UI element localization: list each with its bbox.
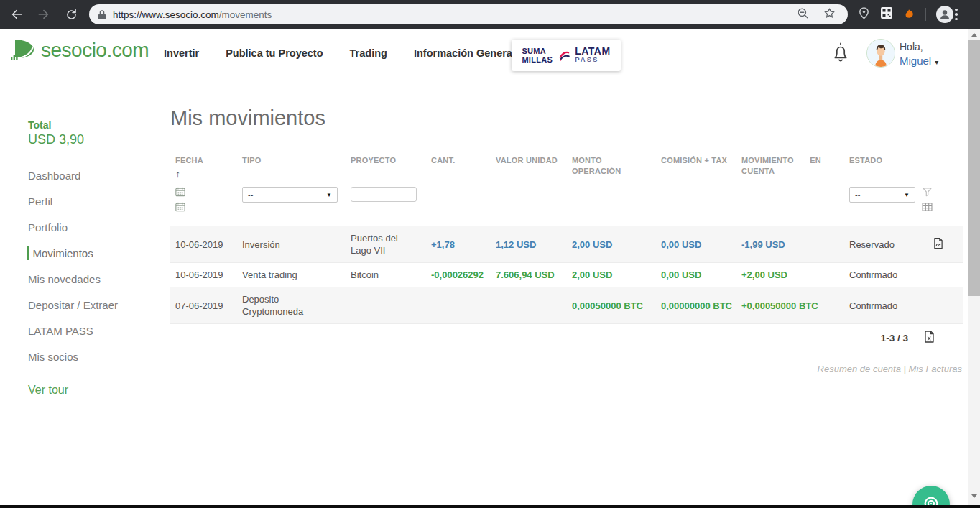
cell-tipo: Inversión [236,226,345,263]
column-header-estado[interactable]: ESTADO [843,147,912,180]
cell-movimiento: +0,00050000 BTC [736,287,843,324]
bookmark-star-icon[interactable] [823,6,836,23]
calendar-icon [175,187,185,197]
estado-filter-select[interactable]: --▼ [849,187,915,203]
date-from-picker-button[interactable] [175,187,185,199]
cell-tipo: Venta trading [236,263,345,287]
date-to-picker-button[interactable] [175,202,185,214]
scroll-up-arrow[interactable] [968,29,980,40]
sidebar-item-mis-socios[interactable]: Mis socios [28,350,170,364]
cell-monto: 2,00 USD [566,263,655,287]
browser-menu-icon[interactable] [955,9,958,21]
pagination: 1-3 / 3 [170,331,963,345]
bell-icon [831,42,851,63]
column-header-monto-operacion[interactable]: MONTO OPERACIÓN [566,147,655,180]
nav-publica-tu-proyecto[interactable]: Publica tu Proyecto [226,47,323,59]
mis-facturas-link[interactable]: Mis Facturas [909,364,962,374]
ver-tour-link[interactable]: Ver tour [28,384,170,397]
forward-arrow-icon [37,7,51,22]
cell-proyecto [345,287,425,324]
page: sesocio.com InvertirPublica tu ProyectoT… [0,29,980,505]
scrollbar-thumb[interactable] [968,40,980,296]
column-header-valor-unidad[interactable]: VALOR UNIDAD [490,147,566,180]
column-header-cant[interactable]: CANT. [425,147,490,180]
cell-estado: Confirmado [843,263,912,287]
cell-tipo: Deposito Cryptomoneda [236,287,345,324]
nav-invertir[interactable]: Invertir [164,47,199,59]
suma-millas-label: SUMA MILLAS [522,47,553,64]
browser-forward-button[interactable] [33,4,55,25]
proyecto-filter-input[interactable] [351,187,417,202]
movements-table: FECHA↑ TIPO PROYECTO CANT. VALOR UNIDAD … [170,147,963,324]
sidebar-item-latam-pass[interactable]: LATAM PASS [28,324,170,338]
column-header-actions [912,147,963,180]
cell-movimiento: -1,99 USD [736,226,843,263]
pagination-range: 1-3 / 3 [881,333,908,343]
column-settings-button[interactable] [922,203,933,213]
column-header-tipo[interactable]: TIPO [236,147,345,180]
account-menu[interactable]: Hola, Miguel▾ [900,40,938,69]
sidebar-item-dashboard[interactable]: Dashboard [28,169,170,183]
url-text: https://www.sesocio.com/movements [113,9,796,20]
sidebar-item-depositar-extraer[interactable]: Depositar / Extraer [28,298,170,312]
notifications-button[interactable] [831,42,851,66]
select-caret-icon: ▼ [326,192,332,198]
extension-fox-icon[interactable] [903,7,915,22]
scroll-down-arrow[interactable] [968,490,980,502]
links-separator: | [904,364,906,374]
address-bar[interactable]: https://www.sesocio.com/movements [89,4,848,24]
username-label: Miguel [900,55,931,67]
browser-profile-avatar[interactable] [936,6,953,23]
column-header-comision-tax[interactable]: COMISIÓN + TAX [655,147,736,180]
table-row: 10-06-2019Venta tradingBitcoin-0,0002629… [170,263,963,287]
browser-toolbar: https://www.sesocio.com/movements [0,0,980,29]
sort-ascending-icon[interactable]: ↑ [175,169,229,180]
cell-actions [912,263,963,287]
extension-qr-icon[interactable] [880,6,893,22]
page-scrollbar[interactable] [968,29,980,505]
cell-estado: Reservado [843,226,912,263]
apply-filter-button[interactable] [922,187,933,199]
funnel-filter-icon [922,187,933,197]
sidebar-item-portfolio[interactable]: Portfolio [28,221,170,234]
sesocio-logo-icon [10,37,37,63]
cell-valor: 7.606,94 USD [490,263,566,287]
browser-reload-button[interactable] [60,4,82,25]
cell-actions [912,287,963,324]
zoom-out-icon[interactable] [796,6,810,23]
download-pdf-button[interactable] [933,237,943,251]
latam-pass-badge[interactable]: SUMA MILLAS LATAM PASS [512,40,621,71]
cell-comision: 0,00 USD [655,226,736,263]
sidebar-item-mis-novedades[interactable]: Mis novedades [28,272,170,286]
cell-actions [912,226,963,263]
table-row: 10-06-2019InversiónPuertos del Lago VII+… [170,226,963,263]
cell-valor [490,287,566,324]
cell-cant [425,287,490,324]
tipo-filter-select[interactable]: --▼ [242,187,338,203]
cell-comision: 0,00000000 BTC [655,287,736,324]
export-excel-button[interactable] [924,331,935,345]
sidebar-item-perfil[interactable]: Perfil [28,195,170,208]
chevron-down-icon: ▾ [935,58,938,66]
select-caret-icon: ▼ [904,192,910,198]
greeting-label: Hola, [900,40,938,54]
resumen-de-cuenta-link[interactable]: Resumen de cuenta [818,364,901,374]
extension-pin-icon[interactable] [858,6,870,22]
table-grid-icon [922,203,933,211]
column-header-proyecto[interactable]: PROYECTO [345,147,425,180]
column-header-movimiento-en-cuenta[interactable]: MOVIMIENTO EN CUENTA [736,147,843,180]
table-header-row: FECHA↑ TIPO PROYECTO CANT. VALOR UNIDAD … [170,147,963,180]
sidebar-item-movimientos[interactable]: Movimientos [27,246,170,260]
nav-trading[interactable]: Trading [350,47,387,59]
main-content: Mis movimientos FECHA↑ TIPO PROYECTO CAN… [170,101,963,374]
user-avatar[interactable] [866,39,895,68]
lock-icon [98,9,106,20]
nav-informaci-n-general[interactable]: Información General▾ [414,47,522,59]
column-header-fecha[interactable]: FECHA↑ [170,147,236,180]
total-balance: USD 3,90 [28,132,170,147]
browser-back-button[interactable] [6,4,27,25]
site-logo[interactable]: sesocio.com [10,37,149,63]
cell-valor: 1,12 USD [490,226,566,263]
cell-movimiento: +2,00 USD [736,263,843,287]
sidebar: Total USD 3,90 DashboardPerfilPortfolioM… [0,119,170,397]
